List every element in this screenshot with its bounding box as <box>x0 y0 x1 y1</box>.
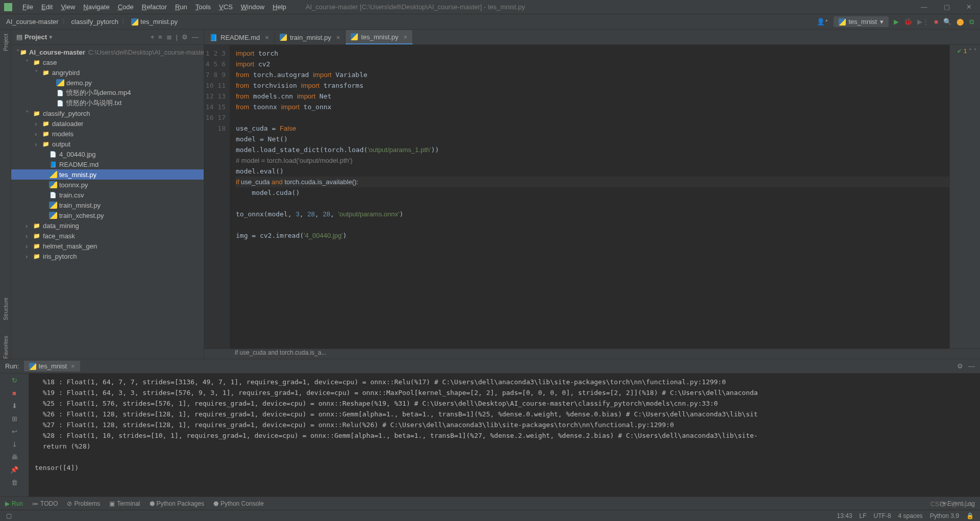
menu-code[interactable]: Code <box>114 3 138 11</box>
tree-node[interactable]: 📘README.md <box>11 159 204 169</box>
gear-icon[interactable]: ⚙ <box>957 362 963 370</box>
tree-node[interactable]: demo.py <box>11 78 204 88</box>
ide-update-icon[interactable]: ⬤ <box>957 18 964 26</box>
tree-node[interactable]: 📄愤怒的小鸟demo.mp4 <box>11 88 204 98</box>
trash-icon[interactable]: 🗑 <box>9 479 19 486</box>
inspection-widget[interactable]: ✔ 1 ˄ ˅ <box>949 45 980 349</box>
tree-root[interactable]: ˅📁AI_course-masterC:\Users\dell\Desktop\… <box>11 47 204 57</box>
search-icon[interactable]: 🔍 <box>943 18 951 26</box>
code-with-me-icon[interactable]: ⧉ <box>969 18 974 26</box>
breadcrumb-item[interactable]: tes_mnist.py <box>140 18 178 26</box>
hide-panel-icon[interactable]: — <box>968 362 975 370</box>
tree-node[interactable]: train_mnist.py <box>11 200 204 210</box>
lock-icon[interactable]: 🔒 <box>966 512 974 519</box>
menu-navigate[interactable]: Navigate <box>79 3 113 11</box>
tree-node[interactable]: ›📁output <box>11 139 204 149</box>
stop-button[interactable]: ■ <box>934 18 938 26</box>
tool-tab-project[interactable]: Project <box>3 34 9 51</box>
indent-settings[interactable]: 4 spaces <box>898 512 923 519</box>
run-button[interactable]: ▶ <box>894 18 899 26</box>
debug-button[interactable]: 🐞 <box>904 18 912 26</box>
editor-tab[interactable]: train_mnist.py× <box>275 30 346 44</box>
chevron-up-icon[interactable]: ˄ <box>969 48 972 55</box>
scroll-end-icon[interactable]: ⤓ <box>9 440 19 448</box>
tree-node[interactable]: ˅📁case <box>11 57 204 67</box>
interpreter[interactable]: Python 3.9 <box>930 512 959 519</box>
tree-node[interactable]: toonnx.py <box>11 180 204 190</box>
status-bar: ▢ 13:43 LF UTF-8 4 spaces Python 3.9 🔒 <box>0 510 980 521</box>
tool-event-log[interactable]: ◔ Event Log <box>940 500 975 507</box>
menu-run[interactable]: Run <box>171 3 191 11</box>
tree-node[interactable]: train_xchest.py <box>11 210 204 220</box>
tree-node[interactable]: ›📁helmet_mask_gen <box>11 241 204 251</box>
tree-node[interactable]: ›📁face_mask <box>11 231 204 241</box>
minimize-icon[interactable]: — <box>917 3 932 11</box>
tree-node[interactable]: ›📁data_mining <box>11 220 204 231</box>
breadcrumb: AI_course-master〉classify_pytorch〉tes_mn… <box>6 17 178 27</box>
hide-panel-icon[interactable]: — <box>192 33 199 41</box>
breadcrumb-item[interactable]: classify_pytorch <box>71 18 118 26</box>
pin-icon[interactable]: 📌 <box>9 466 19 474</box>
menu-file[interactable]: File <box>18 3 37 11</box>
tool-run[interactable]: ▶ Run <box>5 500 23 507</box>
stop-button[interactable]: ■ <box>9 389 19 397</box>
python-icon <box>839 18 846 26</box>
tool-problems[interactable]: ⊘ Problems <box>67 500 100 507</box>
run-config-selector[interactable]: tes_mnist ▾ <box>834 16 889 27</box>
print-icon[interactable]: 🖶 <box>9 453 19 461</box>
status-icon[interactable]: ▢ <box>6 512 12 519</box>
menu-window[interactable]: Window <box>237 3 268 11</box>
console-output[interactable]: %18 : Float(1, 64, 7, 7, strides=[3136, … <box>29 374 980 497</box>
line-ending[interactable]: LF <box>860 512 867 519</box>
close-icon[interactable]: × <box>265 34 269 41</box>
close-icon[interactable]: × <box>336 34 340 41</box>
chevron-down-icon[interactable]: ˅ <box>974 48 977 55</box>
tree-node[interactable]: ›📁models <box>11 129 204 139</box>
chevron-down-icon[interactable]: ▾ <box>49 33 53 41</box>
menu-refactor[interactable]: Refactor <box>138 3 171 11</box>
python-icon <box>29 363 36 370</box>
tool-python-console[interactable]: ⬣ Python Console <box>213 500 264 507</box>
locate-icon[interactable]: ⌖ <box>151 33 154 41</box>
layout-icon[interactable]: ⊞ <box>9 415 19 423</box>
editor-tab[interactable]: tes_mnist.py× <box>346 30 413 44</box>
tree-node[interactable]: ›📁iris_pytorch <box>11 251 204 261</box>
menu-edit[interactable]: Edit <box>37 3 57 11</box>
rerun-button[interactable]: ↻ <box>9 377 19 384</box>
collapse-all-icon[interactable]: ≣ <box>166 33 172 41</box>
tree-node[interactable]: 📄愤怒的小鸟说明.txt <box>11 98 204 108</box>
tree-node[interactable]: 📄train.csv <box>11 190 204 200</box>
menu-vcs[interactable]: VCS <box>215 3 237 11</box>
maximize-icon[interactable]: ▢ <box>940 3 954 11</box>
tree-node[interactable]: ›📁dataloader <box>11 118 204 129</box>
down-button[interactable]: ⬇ <box>9 402 19 410</box>
soft-wrap-icon[interactable]: ↩ <box>9 428 19 435</box>
tool-tab-favorites[interactable]: Favorites <box>3 336 9 359</box>
tool-python-packages[interactable]: ⬢ Python Packages <box>150 500 204 507</box>
editor-tab[interactable]: 📘README.md× <box>204 30 275 44</box>
gear-icon[interactable]: ⚙ <box>182 33 188 41</box>
tree-node[interactable]: ˅📁angrybird <box>11 67 204 78</box>
menu-tools[interactable]: Tools <box>191 3 215 11</box>
caret-position[interactable]: 13:43 <box>837 512 852 519</box>
file-encoding[interactable]: UTF-8 <box>874 512 891 519</box>
code-editor[interactable]: import torch import cv2 from torch.autog… <box>230 45 949 349</box>
menu-help[interactable]: Help <box>268 3 290 11</box>
tool-tab-structure[interactable]: Structure <box>3 297 9 320</box>
close-icon[interactable]: ✕ <box>962 3 976 11</box>
run-coverage-button[interactable]: ▶⋮ <box>917 18 929 26</box>
add-user-icon[interactable]: 👤⁺ <box>817 18 828 26</box>
expand-all-icon[interactable]: ≡ <box>158 33 162 41</box>
breadcrumb-item[interactable]: AI_course-master <box>6 18 59 26</box>
code-breadcrumb: if use_cuda and torch.cuda.is_a... <box>204 349 980 359</box>
tree-node[interactable]: ˅📁classify_pytorch <box>11 108 204 118</box>
tree-node[interactable]: 📄4_00440.jpg <box>11 149 204 159</box>
close-icon[interactable]: × <box>71 362 75 370</box>
tool-terminal[interactable]: ▣ Terminal <box>109 500 140 507</box>
tool-todo[interactable]: ≔ TODO <box>32 500 58 507</box>
run-tab[interactable]: tes_mnist × <box>24 361 80 371</box>
project-tree[interactable]: ˅📁AI_course-masterC:\Users\dell\Desktop\… <box>11 45 204 359</box>
tree-node[interactable]: tes_mnist.py <box>11 169 204 180</box>
close-icon[interactable]: × <box>403 33 407 41</box>
menu-view[interactable]: View <box>57 3 79 11</box>
